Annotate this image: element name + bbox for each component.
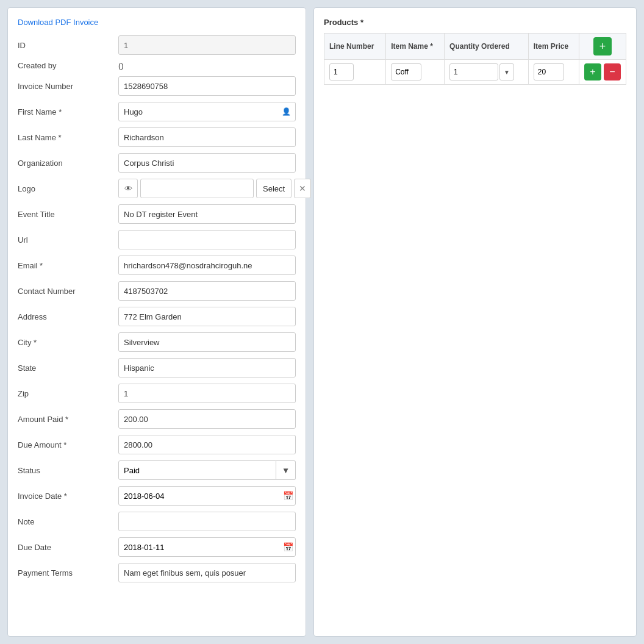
email-row: Email * <box>18 256 296 275</box>
quantity-cell: ▼ <box>445 60 529 85</box>
email-input[interactable] <box>118 256 296 275</box>
eye-icon: 👁 <box>124 184 132 193</box>
event-title-label: Event Title <box>18 210 118 219</box>
due-date-input[interactable] <box>118 537 296 557</box>
amount-paid-input[interactable] <box>118 409 296 429</box>
organization-label: Organization <box>18 159 118 168</box>
contact-input[interactable] <box>118 281 296 301</box>
logo-clear-button[interactable]: ✕ <box>294 179 311 198</box>
state-input[interactable] <box>118 358 296 377</box>
table-row: ▼ + − <box>324 60 626 85</box>
chevron-down-icon: ▼ <box>282 466 290 475</box>
invoice-number-input[interactable] <box>118 76 296 96</box>
right-panel: Products * Line Number Item Name * Quant… <box>313 7 637 637</box>
logo-select-button[interactable]: Select <box>256 179 292 198</box>
address-input[interactable] <box>118 307 296 326</box>
city-row: City * <box>18 332 296 352</box>
line-number-cell <box>324 60 386 85</box>
logo-row: Logo 👁 Select ✕ <box>18 179 296 198</box>
quantity-wrapper: ▼ <box>449 63 523 80</box>
download-pdf-link[interactable]: Download PDF Invoice <box>18 18 296 27</box>
last-name-row: Last Name * <box>18 127 296 147</box>
person-icon: 👤 <box>282 107 291 116</box>
address-label: Address <box>18 312 118 321</box>
invoice-date-input[interactable] <box>118 486 296 506</box>
remove-row-button[interactable]: − <box>604 63 621 80</box>
status-label: Status <box>18 466 118 475</box>
email-label: Email * <box>18 261 118 270</box>
item-price-input[interactable] <box>534 63 564 80</box>
note-input[interactable] <box>118 512 296 531</box>
item-name-input[interactable] <box>391 63 421 80</box>
due-date-wrapper: 📅 <box>118 537 296 557</box>
invoice-number-label: Invoice Number <box>18 82 118 91</box>
status-dropdown-button[interactable]: ▼ <box>276 460 296 480</box>
city-input[interactable] <box>118 332 296 352</box>
status-row: Status Paid ▼ <box>18 460 296 480</box>
remove-row-minus-icon: − <box>609 66 615 77</box>
url-input[interactable] <box>118 230 296 249</box>
first-name-label: First Name * <box>18 107 118 116</box>
zip-input[interactable] <box>118 384 296 403</box>
note-row: Note <box>18 512 296 531</box>
first-name-row: First Name * 👤 <box>18 102 296 121</box>
state-row: State <box>18 358 296 377</box>
contact-row: Contact Number <box>18 281 296 301</box>
plus-icon: + <box>599 40 606 53</box>
line-number-input[interactable] <box>329 63 354 80</box>
add-row-plus-icon: + <box>590 66 595 77</box>
created-by-label: Created by <box>18 61 118 70</box>
id-input[interactable] <box>118 35 296 55</box>
last-name-label: Last Name * <box>18 133 118 142</box>
url-label: Url <box>18 235 118 245</box>
invoice-date-label: Invoice Date * <box>18 492 118 501</box>
calendar-icon-2: 📅 <box>283 542 293 552</box>
quantity-input[interactable] <box>449 63 498 80</box>
add-product-row-button[interactable]: + <box>593 37 612 55</box>
contact-label: Contact Number <box>18 287 118 296</box>
due-amount-row: Due Amount * <box>18 435 296 454</box>
organization-input[interactable] <box>118 153 296 173</box>
first-name-input[interactable] <box>118 102 296 121</box>
products-title: Products * <box>324 18 626 27</box>
due-date-row: Due Date 📅 <box>18 537 296 557</box>
row-actions-cell: + − <box>579 60 626 85</box>
note-label: Note <box>18 517 118 526</box>
amount-paid-label: Amount Paid * <box>18 415 118 424</box>
id-label: ID <box>18 41 118 50</box>
qty-chevron-icon: ▼ <box>504 69 510 76</box>
logo-eye-button[interactable]: 👁 <box>118 179 138 198</box>
payment-terms-input[interactable] <box>118 563 296 582</box>
logo-label: Logo <box>18 184 118 193</box>
left-panel: Download PDF Invoice ID Created by () In… <box>7 7 306 637</box>
add-row-button[interactable]: + <box>584 63 601 80</box>
payment-terms-label: Payment Terms <box>18 568 118 578</box>
calendar-icon: 📅 <box>283 491 293 501</box>
last-name-input[interactable] <box>118 127 296 147</box>
row-action-buttons: + − <box>584 63 621 80</box>
amount-paid-row: Amount Paid * <box>18 409 296 429</box>
logo-controls: 👁 Select ✕ <box>118 179 311 198</box>
table-header-row: Line Number Item Name * Quantity Ordered… <box>324 34 626 60</box>
logo-file-input[interactable] <box>140 179 254 198</box>
payment-terms-row: Payment Terms <box>18 563 296 582</box>
status-select[interactable]: Paid <box>118 460 276 480</box>
zip-label: Zip <box>18 389 118 398</box>
event-title-input[interactable] <box>118 204 296 224</box>
due-amount-input[interactable] <box>118 435 296 454</box>
due-date-label: Due Date <box>18 543 118 552</box>
organization-row: Organization <box>18 153 296 173</box>
invoice-number-row: Invoice Number <box>18 76 296 96</box>
city-label: City * <box>18 338 118 347</box>
quantity-dropdown-button[interactable]: ▼ <box>499 63 514 80</box>
id-row: ID <box>18 35 296 55</box>
item-price-cell <box>528 60 579 85</box>
products-table: Line Number Item Name * Quantity Ordered… <box>324 33 626 85</box>
created-by-row: Created by () <box>18 61 296 70</box>
invoice-date-calendar-button[interactable]: 📅 <box>283 491 293 501</box>
col-add-header: + <box>579 34 626 60</box>
event-title-row: Event Title <box>18 204 296 224</box>
due-date-calendar-button[interactable]: 📅 <box>283 542 293 552</box>
col-quantity-header: Quantity Ordered <box>445 34 529 60</box>
col-line-number-header: Line Number <box>324 34 386 60</box>
